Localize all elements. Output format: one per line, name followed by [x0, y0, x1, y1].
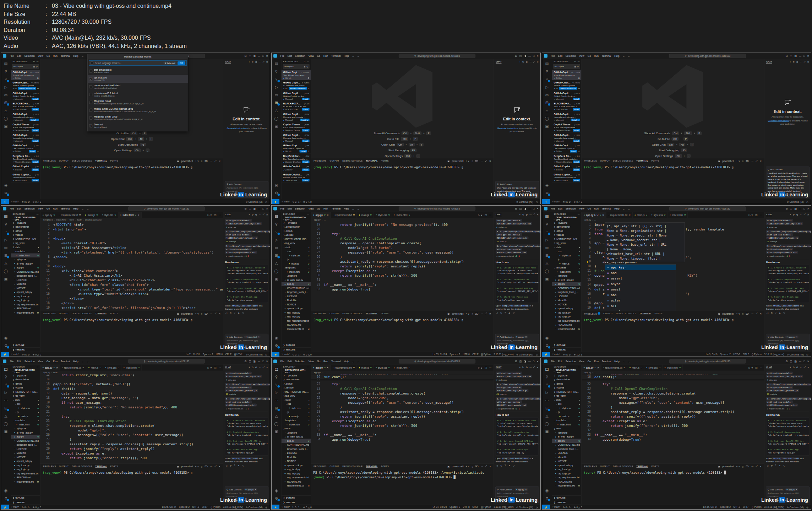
tree-file[interactable]: ◆rag_local.py [552, 467, 582, 472]
model-checkbox[interactable] [89, 116, 93, 120]
tab-requirements.txt[interactable]: ▪requirements.txtM [331, 212, 357, 218]
tree-file[interactable]: ▾README.md [11, 306, 40, 311]
manage-gear-icon[interactable]: ⚙ [578, 87, 580, 90]
history-icon[interactable]: ↻ [252, 213, 254, 216]
explorer-icon[interactable]: ▤ [273, 366, 279, 372]
feedback-icon-4[interactable]: ▽ [783, 464, 785, 467]
continue-icon[interactable]: ◯ [273, 421, 279, 426]
problems-status[interactable]: ⊗ 0 △ 0 [574, 200, 582, 203]
tree-file[interactable]: ◇index.htmlU [282, 270, 311, 274]
tree-folder[interactable]: ❯INSTRUCTOR_INSTRU... [11, 390, 40, 394]
close-button[interactable]: ✕ [536, 55, 539, 58]
localhost-link[interactable]: http://localhost:5000 [772, 457, 800, 460]
menu-view[interactable]: View [307, 360, 315, 363]
feedback-icon-1[interactable]: ↻ [230, 464, 232, 467]
tree-file[interactable]: ▪langchain_tools_impo... [552, 447, 582, 451]
minimize-button[interactable]: — [528, 207, 531, 210]
completion-item[interactable]: ⚙api_key= [605, 265, 676, 270]
more-actions-icon[interactable]: ⋯ [219, 366, 221, 369]
explorer-icon[interactable]: ▤ [3, 366, 9, 372]
status-item[interactable]: 3.10.11 (rag_venv) [494, 353, 513, 356]
panel-tab-terminal[interactable]: TERMINAL [366, 465, 377, 468]
install-button[interactable]: Install [32, 98, 39, 100]
status-item[interactable]: UTF-8 [192, 506, 199, 509]
tree-folder[interactable]: ❯rag_venv [552, 241, 582, 245]
toggle-sidebar-icon[interactable]: ◫ [249, 207, 251, 210]
menu-go[interactable]: Go [586, 55, 592, 58]
extension-list-item[interactable]: BLACKBOXA...⤓ 4.3M BLACKBOX AI is an AI … [11, 101, 40, 112]
close-panel-icon[interactable]: ✕ [219, 465, 221, 468]
file-name[interactable]: style.css [228, 226, 236, 228]
menu-selection[interactable]: Selection [23, 360, 36, 363]
settings-gear-icon[interactable]: ⚙ [3, 190, 9, 196]
more-actions-icon[interactable]: ⋯ [210, 312, 213, 315]
install-button[interactable]: Install ∨ [300, 119, 309, 121]
run-debug-icon[interactable]: ▷ [3, 237, 9, 243]
install-button[interactable]: Install [302, 98, 310, 100]
add-context-label[interactable]: Add Context... [229, 336, 244, 338]
install-button[interactable]: Install [573, 161, 580, 163]
file-path-chip[interactable]: 4168183\static\css\style.css [225, 375, 262, 378]
panel-tab-problems[interactable]: PROBLEMS [43, 312, 56, 315]
file-name[interactable]: main.js [500, 393, 506, 396]
menu-view[interactable]: View [37, 207, 44, 210]
tree-folder[interactable]: ❯__pycache__ [282, 374, 311, 378]
nav-back-icon[interactable]: ← [80, 54, 85, 58]
tab-app.py[interactable]: ◆app.py 4, UU✕ [582, 212, 606, 218]
tree-file[interactable]: ▪rag_requirements.txt [552, 475, 582, 480]
close-button[interactable]: ✕ [807, 207, 809, 210]
chat-response[interactable]: with-gpt-oss-models-4168183\static\css\s… [223, 370, 270, 485]
file-name[interactable]: requirements.txt [498, 407, 514, 410]
extension-list-item[interactable]: GitHub Copil...⤓ 161K Upgrade and migrat… [11, 112, 40, 123]
add-context-label[interactable]: Add Context... [229, 183, 244, 185]
completion-item[interactable]: ▣async [605, 281, 676, 287]
feedback-icon-1[interactable]: ↻ [500, 464, 502, 467]
tree-file[interactable]: ◆rag_local.py [282, 467, 311, 472]
context-chip[interactable]: ◆app.py✕ [785, 336, 799, 338]
status-item[interactable]: Spaces: 2 [720, 506, 731, 509]
install-button[interactable]: Install [573, 98, 580, 100]
minimize-button[interactable]: — [799, 360, 801, 363]
extension-list-item[interactable]: GitHub Copil...⤓ 153K Upgrade Java proje… [552, 133, 582, 143]
breadcrumb[interactable]: app.py › ... [582, 371, 764, 375]
menu-go[interactable]: Go [45, 360, 51, 363]
attach-icon[interactable]: ⚲ [227, 488, 228, 491]
model-option[interactable]: Mistral-Small-3.2-24B-Instruct-2506hf.co… [88, 106, 188, 114]
split-editor-icon[interactable]: ◫ [485, 366, 487, 369]
file-path-chip[interactable]: with-gpt-oss-models- [225, 372, 252, 375]
tree-folder[interactable]: ⌄js• [11, 410, 40, 414]
status-item[interactable]: Spaces: 2 [449, 506, 460, 509]
file-path-chip[interactable]: 4168183\static\js\main.js [225, 389, 258, 392]
nav-back-icon[interactable]: ← [80, 207, 85, 210]
customize-layout-icon[interactable]: ◨ [253, 207, 256, 210]
tree-folder[interactable]: ❯.github [11, 382, 40, 386]
more-actions-icon[interactable]: ⋯ [36, 213, 38, 216]
source-control-icon[interactable]: ⑂ [3, 382, 9, 387]
command-center-search[interactable]: ⚲developing-with-gpt-oss-models-4168183 [399, 359, 475, 364]
package-icon[interactable]: ▣ [544, 276, 550, 282]
tree-file[interactable]: ▪NOTICE [552, 459, 582, 463]
tree-file[interactable]: ◆ai_web_app.py [552, 278, 582, 282]
model-checkbox[interactable] [89, 101, 93, 104]
menu-go[interactable]: Go [586, 360, 592, 363]
tree-file[interactable]: ▪requirements.txtM [11, 480, 40, 484]
file-path-chip[interactable]: 4168183\static\js\main.js [225, 237, 258, 239]
command-center-search[interactable]: ⚲developing-with-gpt-oss-models-4168183 [669, 207, 746, 211]
file-path-chip[interactable]: 4168183\requirements.txt [496, 404, 527, 407]
toggle-sidebar-icon[interactable]: ◫ [249, 360, 251, 363]
tree-file[interactable]: ▪langchain_tools_impo... [282, 447, 311, 451]
split-terminal-icon[interactable]: ▯ [742, 465, 744, 468]
tree-file[interactable]: ▪requirements.txtM [11, 311, 40, 315]
run-button[interactable]: ▷ ∨ [748, 213, 753, 216]
menu-terminal[interactable]: Terminal [600, 207, 612, 210]
restore-button[interactable]: □ [533, 360, 534, 363]
install-button[interactable]: Install [573, 169, 580, 171]
tree-folder[interactable]: ❯.vscode [552, 233, 582, 237]
file-path-chip[interactable]: with-gpt-oss-models- [496, 401, 522, 403]
status-item[interactable]: ⊘ Continue (NI) [516, 506, 533, 509]
continue-icon[interactable]: ◯ [3, 268, 9, 274]
more-actions-icon[interactable]: ⋯ [307, 366, 309, 368]
status-item[interactable]: UTF-8 [734, 506, 740, 509]
panel-tab-ports[interactable]: PORTS [381, 160, 389, 162]
history-icon[interactable]: ↻ [522, 366, 524, 369]
